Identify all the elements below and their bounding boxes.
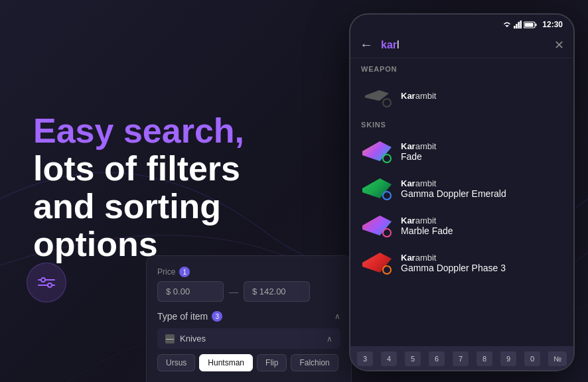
type-label-text: Type of item [157, 311, 208, 322]
headline: Easy search, lots of filters and sorting… [33, 112, 285, 264]
marble-name-highlight: Kar [401, 216, 415, 225]
type-badge: 3 [212, 311, 222, 322]
skin-result-phase3[interactable]: Karambit Gamma Doppler Phase 3 [350, 244, 573, 281]
search-clear-button[interactable]: ✕ [554, 38, 564, 52]
fade-info: Karambit Fade [401, 141, 563, 162]
fade-name-rest: ambit [415, 141, 437, 151]
gamma-condition-dot [382, 191, 392, 200]
condition-dot [382, 98, 392, 107]
status-time: 12:30 [542, 20, 563, 29]
status-bar: 12:30 [350, 15, 573, 32]
skins-section-header: SKINS [350, 114, 573, 133]
svg-point-3 [48, 283, 52, 287]
phone-frame: 12:30 ← karl ✕ WEAPON Karambit [349, 13, 575, 371]
type-row[interactable]: Type of item 3 ∧ [157, 311, 340, 322]
fade-condition-dot [382, 154, 392, 163]
gamma-name-rest: ambit [415, 178, 437, 188]
marble-thumb [361, 212, 393, 239]
key-7[interactable]: 7 [453, 351, 469, 366]
key-6[interactable]: 6 [429, 351, 445, 366]
fade-name-highlight: Kar [401, 141, 415, 151]
price-badge: 1 [179, 267, 190, 277]
price-min-input[interactable]: $ 0.00 [157, 281, 224, 302]
key-9[interactable]: 9 [500, 351, 516, 366]
fade-thumb [361, 138, 393, 164]
filter-icon-decoration [27, 263, 66, 302]
battery-icon [524, 21, 537, 29]
filter-sliders-icon [37, 275, 56, 290]
search-rest: l [397, 39, 400, 50]
marble-condition-dot [382, 228, 392, 237]
gamma-thumb [361, 175, 393, 202]
phase3-subname: Gamma Doppler Phase 3 [401, 263, 563, 273]
svg-rect-5 [514, 26, 516, 29]
keyboard-row: 3 4 5 6 7 8 9 0 № [350, 346, 573, 370]
price-label: Price [157, 267, 175, 277]
phase3-thumb [361, 249, 393, 276]
key-5[interactable]: 5 [405, 351, 421, 366]
weapon-thumb [361, 82, 393, 109]
svg-rect-10 [536, 23, 537, 26]
weapon-result-item[interactable]: Karambit [350, 77, 573, 114]
marble-name-row: Karambit [401, 216, 563, 225]
knife-tags-container: Ursus Huntsman Flip Falchion [157, 354, 340, 371]
knife-tag-falchion[interactable]: Falchion [291, 354, 338, 371]
price-row: $ 0.00 — $ 142.00 [157, 281, 340, 302]
gamma-info: Karambit Gamma Doppler Emerald [401, 178, 563, 199]
knives-chevron-up-icon: ∧ [327, 334, 332, 344]
type-label: Type of item 3 [157, 311, 222, 322]
minus-icon: — [165, 334, 175, 344]
fade-name-row: Karambit [401, 141, 563, 151]
headline-highlight: Easy search, [33, 111, 244, 150]
gamma-name-row: Karambit [401, 178, 563, 188]
svg-marker-4 [505, 25, 509, 27]
phase3-info: Karambit Gamma Doppler Phase 3 [401, 253, 563, 273]
svg-rect-6 [516, 24, 518, 29]
gamma-subname: Gamma Doppler Emerald [401, 188, 563, 199]
skin-result-fade[interactable]: Karambit Fade [350, 133, 573, 170]
marble-name-rest: ambit [415, 216, 437, 225]
gamma-name-highlight: Kar [401, 178, 415, 188]
knives-label: Knives [180, 334, 206, 344]
signal-icon [514, 21, 522, 29]
knife-tag-huntsman[interactable]: Huntsman [199, 354, 253, 371]
filter-panel: Price 1 $ 0.00 — $ 142.00 Type of item 3… [146, 255, 352, 382]
phase3-name-rest: ambit [415, 253, 437, 263]
weapon-section-header: WEAPON [350, 58, 573, 77]
svg-rect-11 [525, 23, 534, 27]
key-3[interactable]: 3 [357, 351, 373, 366]
fade-subname: Fade [401, 151, 563, 162]
search-bar[interactable]: ← karl ✕ [350, 32, 573, 58]
skin-result-gamma[interactable]: Karambit Gamma Doppler Emerald [350, 170, 573, 207]
key-0[interactable]: 0 [524, 351, 540, 366]
price-dash: — [229, 286, 238, 297]
svg-point-1 [41, 278, 45, 282]
svg-rect-7 [518, 22, 520, 29]
marble-subname: Marble Fade [401, 225, 563, 236]
knives-row[interactable]: — Knives ∧ [157, 328, 340, 349]
knife-tag-flip[interactable]: Flip [257, 354, 287, 371]
knives-left: — Knives [165, 334, 206, 344]
search-input-display[interactable]: karl [381, 39, 546, 51]
weapon-result-name: Karambit [401, 91, 563, 101]
back-button[interactable]: ← [360, 37, 373, 52]
knife-tag-ursus[interactable]: Ursus [157, 354, 195, 371]
key-8[interactable]: 8 [477, 351, 492, 366]
price-section-label: Price 1 [157, 267, 340, 277]
key-num[interactable]: № [548, 351, 567, 366]
headline-line2: lots of filters [33, 149, 240, 188]
svg-rect-8 [520, 21, 522, 29]
weapon-name-highlight: Kar [401, 91, 415, 101]
skin-result-marble[interactable]: Karambit Marble Fade [350, 207, 573, 244]
phase3-name-highlight: Kar [401, 253, 415, 263]
headline-line3: and sorting [33, 187, 221, 225]
chevron-up-icon: ∧ [334, 312, 340, 321]
weapon-result-info: Karambit [401, 91, 563, 101]
price-max-input[interactable]: $ 142.00 [244, 281, 310, 302]
marble-info: Karambit Marble Fade [401, 216, 563, 236]
key-4[interactable]: 4 [381, 351, 397, 366]
headline-line4: options [33, 225, 158, 263]
results-container: WEAPON Karambit SKINS [350, 58, 573, 346]
weapon-name-rest: ambit [415, 91, 437, 101]
phone-container: 12:30 ← karl ✕ WEAPON Karambit [349, 13, 575, 371]
